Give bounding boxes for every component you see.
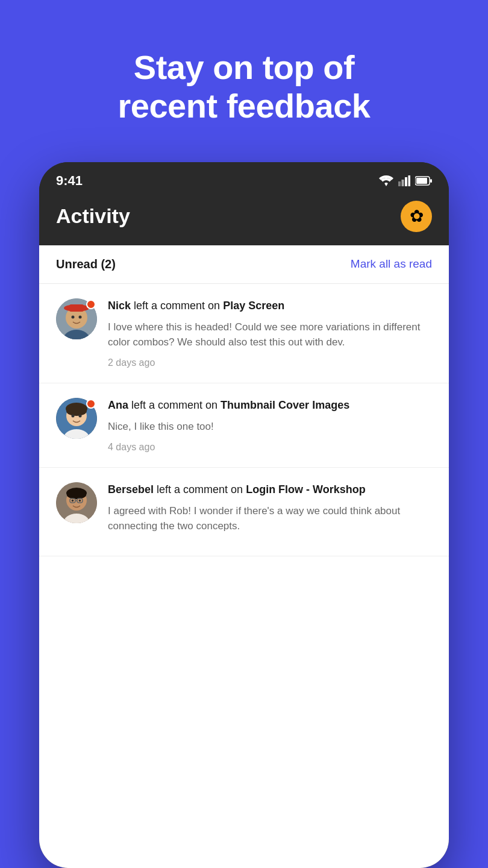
notif-target-bersebel: Login Flow - Workshop bbox=[246, 483, 366, 495]
svg-rect-0 bbox=[398, 181, 401, 186]
svg-point-14 bbox=[72, 315, 75, 318]
notif-text-bersebel: Bersebel left a comment on Login Flow - … bbox=[108, 482, 432, 497]
status-bar: 9:41 bbox=[39, 162, 449, 195]
notif-user-nick: Nick bbox=[108, 300, 131, 312]
notif-text-ana: Ana left a comment on Thumbnail Cover Im… bbox=[108, 398, 432, 413]
notif-body-ana: Ana left a comment on Thumbnail Cover Im… bbox=[108, 398, 432, 453]
app-header: Activity ✿ bbox=[39, 195, 449, 245]
phone-mockup: 9:41 Activity bbox=[39, 162, 449, 868]
avatar-wrap-ana bbox=[56, 398, 97, 453]
notif-action-ana: left a comment on bbox=[131, 399, 221, 411]
status-time: 9:41 bbox=[56, 173, 83, 189]
notif-user-ana: Ana bbox=[108, 399, 128, 411]
unread-bar: Unread (2) Mark all as read bbox=[39, 245, 449, 284]
svg-point-33 bbox=[72, 499, 74, 502]
wifi-icon bbox=[379, 175, 393, 186]
svg-rect-13 bbox=[69, 304, 84, 312]
svg-rect-1 bbox=[402, 180, 404, 186]
notif-user-bersebel: Bersebel bbox=[108, 483, 154, 495]
notification-item-bersebel[interactable]: Bersebel left a comment on Login Flow - … bbox=[39, 468, 449, 556]
signal-icon bbox=[398, 175, 410, 186]
headline-line1: Stay on top of bbox=[134, 48, 354, 86]
unread-dot-ana bbox=[86, 399, 96, 409]
svg-point-22 bbox=[72, 414, 75, 417]
svg-rect-3 bbox=[408, 175, 411, 186]
notif-comment-bersebel: I agreed with Rob! I wonder if there's a… bbox=[108, 503, 432, 534]
svg-point-21 bbox=[66, 406, 87, 416]
notif-text-nick: Nick left a comment on Play Screen bbox=[108, 298, 432, 313]
headline: Stay on top of recent feedback bbox=[82, 48, 407, 126]
app-icon-button[interactable]: ✿ bbox=[401, 201, 432, 232]
battery-icon bbox=[415, 176, 432, 186]
notification-item-ana[interactable]: Ana left a comment on Thumbnail Cover Im… bbox=[39, 383, 449, 468]
svg-point-34 bbox=[79, 499, 81, 502]
notif-comment-ana: Nice, I like this one too! bbox=[108, 419, 432, 435]
svg-rect-6 bbox=[430, 179, 432, 183]
notif-target-ana: Thumbnail Cover Images bbox=[221, 399, 349, 411]
notif-time-nick: 2 days ago bbox=[108, 357, 432, 368]
notif-action-nick: left a comment on bbox=[134, 300, 223, 312]
notif-body-nick: Nick left a comment on Play Screen I lov… bbox=[108, 298, 432, 368]
headline-line2: recent feedback bbox=[118, 87, 371, 125]
status-icons bbox=[379, 175, 432, 186]
notif-body-bersebel: Bersebel left a comment on Login Flow - … bbox=[108, 482, 432, 541]
avatar-bersebel-image bbox=[56, 482, 97, 523]
unread-label: Unread (2) bbox=[56, 257, 116, 271]
svg-point-15 bbox=[79, 315, 82, 318]
svg-rect-5 bbox=[416, 178, 427, 184]
app-title: Activity bbox=[56, 204, 130, 228]
avatar-wrap-nick bbox=[56, 298, 97, 368]
notif-action-bersebel: left a comment on bbox=[157, 483, 246, 495]
avatar-bersebel bbox=[56, 482, 97, 523]
unread-dot-nick bbox=[86, 300, 96, 309]
content-area: Unread (2) Mark all as read bbox=[39, 245, 449, 868]
avatar-wrap-bersebel bbox=[56, 482, 97, 541]
svg-point-29 bbox=[67, 491, 86, 499]
svg-point-23 bbox=[79, 414, 82, 417]
flower-icon: ✿ bbox=[410, 206, 424, 226]
mark-all-read-button[interactable]: Mark all as read bbox=[351, 257, 432, 271]
notif-target-nick: Play Screen bbox=[223, 300, 284, 312]
notif-comment-nick: I love where this is headed! Could we se… bbox=[108, 319, 432, 350]
notif-time-ana: 4 days ago bbox=[108, 442, 432, 453]
notification-item-nick[interactable]: Nick left a comment on Play Screen I lov… bbox=[39, 284, 449, 383]
svg-rect-2 bbox=[405, 177, 407, 186]
